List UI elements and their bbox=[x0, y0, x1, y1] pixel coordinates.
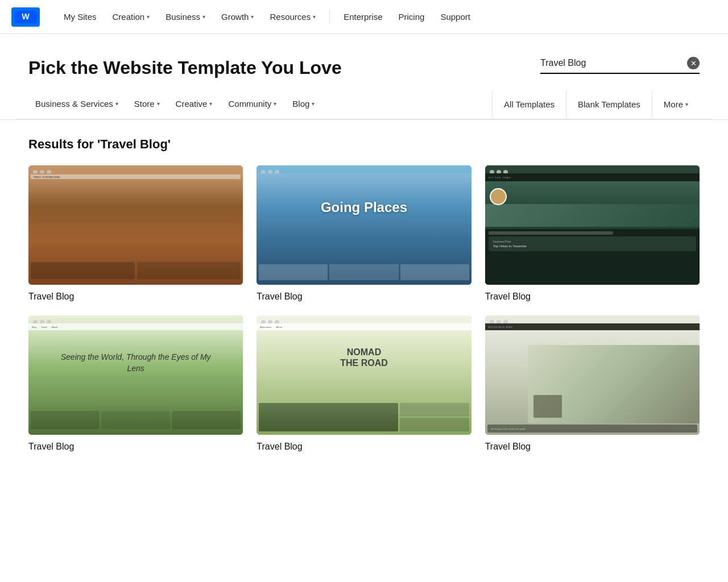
blog-chevron-icon: ▾ bbox=[312, 101, 315, 107]
template-grid: TRAVEL INTERNATIONAL Travel Blog bbox=[28, 165, 700, 452]
category-nav: Business & Services ▾ Store ▾ Creative ▾… bbox=[17, 90, 711, 119]
nav-enterprise[interactable]: Enterprise bbox=[337, 7, 389, 26]
resources-chevron-icon: ▾ bbox=[313, 14, 316, 20]
cat-left: Business & Services ▾ Store ▾ Creative ▾… bbox=[28, 90, 492, 119]
more-chevron-icon: ▾ bbox=[685, 101, 688, 107]
template-thumbnail: MOUNTAIN MAN MOUNTAIN MAN the design of … bbox=[485, 315, 700, 435]
thumb-overlay-text: NOMADTHE ROAD bbox=[340, 347, 388, 368]
business-chevron-icon: ▾ bbox=[202, 14, 205, 20]
template-card[interactable]: Adventures About NOMADTHE ROAD bbox=[257, 315, 471, 452]
search-clear-button[interactable]: ✕ bbox=[687, 57, 700, 69]
template-name: Travel Blog bbox=[257, 442, 471, 452]
nav-creation[interactable]: Creation ▾ bbox=[106, 7, 157, 26]
search-box: ✕ bbox=[540, 57, 700, 74]
svg-text:W: W bbox=[22, 11, 30, 20]
cat-creative[interactable]: Creative ▾ bbox=[169, 90, 220, 119]
nav-growth[interactable]: Growth ▾ bbox=[214, 7, 260, 26]
nav-pricing[interactable]: Pricing bbox=[392, 7, 432, 26]
cat-store[interactable]: Store ▾ bbox=[127, 90, 167, 119]
template-card[interactable]: MOUNTAIN MAN MOUNTAIN MAN the design of … bbox=[485, 315, 700, 452]
store-chevron-icon: ▾ bbox=[157, 101, 160, 107]
template-name: Travel Blog bbox=[28, 292, 243, 302]
template-name: Travel Blog bbox=[28, 442, 243, 452]
creation-chevron-icon: ▾ bbox=[147, 14, 150, 20]
cat-blog[interactable]: Blog ▾ bbox=[286, 90, 321, 119]
template-card[interactable]: HIT THE TRAIL Featured Post Top Hikes In… bbox=[485, 165, 700, 302]
all-templates-link[interactable]: All Templates bbox=[492, 90, 566, 118]
thumb-overlay-text: Seeing the World, Through the Eyes of My… bbox=[61, 352, 211, 375]
thumb-overlay-text: Going Places bbox=[321, 199, 407, 215]
nav-logo[interactable]: W bbox=[11, 7, 40, 27]
page-title: Pick the Website Template You Love bbox=[28, 57, 342, 78]
blank-templates-link[interactable]: Blank Templates bbox=[566, 90, 652, 118]
search-input-row: ✕ bbox=[540, 57, 700, 74]
template-thumbnail: HIT THE TRAIL Featured Post Top Hikes In… bbox=[485, 165, 700, 285]
cat-business-services[interactable]: Business & Services ▾ bbox=[28, 90, 125, 119]
main-content: Results for 'Travel Blog' TRAVEL INTERNA… bbox=[17, 120, 711, 469]
more-dropdown[interactable]: More ▾ bbox=[652, 90, 700, 118]
hero-section: Pick the Website Template You Love ✕ bbox=[17, 34, 711, 90]
business-services-chevron-icon: ▾ bbox=[115, 101, 118, 107]
template-thumbnail: TRAVEL INTERNATIONAL bbox=[28, 165, 243, 285]
nav-business[interactable]: Business ▾ bbox=[159, 7, 212, 26]
nav-links: My Sites Creation ▾ Business ▾ Growth ▾ … bbox=[57, 7, 717, 26]
template-card[interactable]: TRAVEL INTERNATIONAL Travel Blog bbox=[28, 165, 243, 302]
creative-chevron-icon: ▾ bbox=[209, 101, 212, 107]
results-heading: Results for 'Travel Blog' bbox=[28, 137, 700, 152]
nav-support[interactable]: Support bbox=[433, 7, 477, 26]
template-thumbnail: Going Places bbox=[257, 165, 471, 285]
cat-right: All Templates Blank Templates More ▾ bbox=[492, 90, 700, 118]
template-name: Travel Blog bbox=[485, 442, 700, 452]
nav-divider bbox=[329, 10, 330, 24]
template-name: Travel Blog bbox=[485, 292, 700, 302]
template-card[interactable]: Going Places Travel Blog bbox=[257, 165, 471, 302]
wix-logo: W bbox=[11, 7, 40, 27]
template-thumbnail: Blog Travel About Seeing the World, Thro… bbox=[28, 315, 243, 435]
template-card[interactable]: Blog Travel About Seeing the World, Thro… bbox=[28, 315, 243, 452]
nav-resources[interactable]: Resources ▾ bbox=[263, 7, 322, 26]
growth-chevron-icon: ▾ bbox=[251, 14, 254, 20]
template-name: Travel Blog bbox=[257, 292, 471, 302]
cat-community[interactable]: Community ▾ bbox=[221, 90, 283, 119]
navbar: W My Sites Creation ▾ Business ▾ Growth … bbox=[0, 0, 728, 34]
template-thumbnail: Adventures About NOMADTHE ROAD bbox=[257, 315, 471, 435]
search-input[interactable] bbox=[540, 58, 687, 68]
nav-my-sites[interactable]: My Sites bbox=[57, 7, 104, 26]
community-chevron-icon: ▾ bbox=[274, 101, 276, 107]
